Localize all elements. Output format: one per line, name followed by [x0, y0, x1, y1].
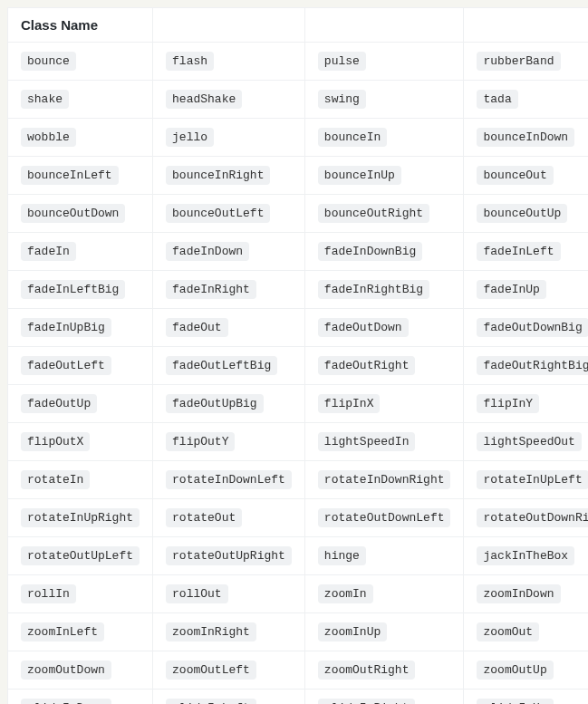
table-row: fadeOutUpfadeOutUpBigflipInXflipInY: [8, 385, 589, 423]
table-cell: rotateInUpRight: [8, 499, 153, 537]
table-cell: fadeOutDown: [304, 309, 464, 347]
table-cell: zoomInUp: [304, 613, 464, 651]
table-cell: bounceInUp: [304, 157, 464, 195]
table-cell: flipInY: [464, 385, 588, 423]
class-name-code: flipInY: [477, 394, 539, 413]
table-cell: bounceOut: [464, 157, 588, 195]
class-name-code: fadeOutRightBig: [477, 356, 588, 375]
table-row: rollInrollOutzoomInzoomInDown: [8, 575, 589, 613]
class-name-code: bounceOut: [477, 166, 553, 185]
class-name-code: rotateIn: [21, 470, 90, 489]
table-cell: tada: [464, 81, 588, 119]
class-name-code: fadeOutUpBig: [166, 394, 264, 413]
table-cell: fadeOutRightBig: [464, 347, 588, 385]
class-name-code: fadeInDownBig: [318, 242, 422, 261]
class-name-code: fadeInRight: [166, 280, 256, 299]
table-row: zoomInLeftzoomInRightzoomInUpzoomOut: [8, 613, 589, 651]
table-cell: swing: [304, 81, 464, 119]
class-name-code: zoomOutDown: [21, 661, 111, 680]
table-cell: zoomOutDown: [8, 651, 153, 690]
table-cell: rotateIn: [8, 461, 153, 499]
table-cell: rotateOutDownLeft: [304, 499, 464, 537]
class-name-code: fadeInLeft: [477, 242, 560, 261]
class-name-code: fadeInLeftBig: [21, 280, 125, 299]
header-class-name: Class Name: [8, 8, 153, 43]
class-name-code: fadeOutLeft: [21, 356, 111, 375]
table-row: fadeInfadeInDownfadeInDownBigfadeInLeft: [8, 233, 589, 271]
class-name-code: fadeOutUp: [21, 394, 97, 413]
table-row: bounceOutDownbounceOutLeftbounceOutRight…: [8, 195, 589, 233]
table-cell: zoomOut: [464, 613, 588, 651]
table-cell: fadeInRightBig: [304, 271, 464, 309]
table-row: rotateInrotateInDownLeftrotateInDownRigh…: [8, 461, 589, 499]
table-cell: bounceOutDown: [8, 195, 153, 233]
table-cell: zoomOutUp: [464, 651, 588, 690]
table-cell: fadeOutLeftBig: [153, 347, 305, 385]
table-cell: zoomInDown: [464, 575, 588, 613]
class-name-code: bounceOutRight: [318, 204, 429, 223]
class-name-code: rollIn: [21, 584, 76, 603]
table-cell: zoomOutRight: [304, 651, 464, 690]
class-name-code: bounceInDown: [477, 128, 574, 147]
class-name-code: bounceOutDown: [21, 204, 125, 223]
class-name-code: lightSpeedIn: [318, 432, 416, 451]
table-cell: rotateOutUpRight: [153, 537, 305, 575]
table-cell: jello: [153, 119, 305, 157]
table-row: bounceflashpulserubberBand: [8, 43, 589, 81]
table-cell: bounceIn: [304, 119, 464, 157]
table-cell: fadeIn: [8, 233, 153, 271]
table-row: bounceInLeftbounceInRightbounceInUpbounc…: [8, 157, 589, 195]
class-name-code: flipOutX: [21, 432, 90, 451]
table-header-row: Class Name: [8, 8, 589, 43]
table-cell: rollIn: [8, 575, 153, 613]
table-cell: bounceOutLeft: [153, 195, 305, 233]
table-cell: jackInTheBox: [464, 537, 588, 575]
table-row: wobblejellobounceInbounceInDown: [8, 119, 589, 157]
class-name-code: zoomInUp: [318, 622, 387, 641]
table-cell: bounceInDown: [464, 119, 588, 157]
table-row: rotateInUpRightrotateOutrotateOutDownLef…: [8, 499, 589, 537]
class-name-code: zoomOut: [477, 622, 539, 641]
table-cell: rotateOutDownRight: [464, 499, 588, 537]
class-name-code: rotateOutUpLeft: [21, 546, 140, 565]
table-row: zoomOutDownzoomOutLeftzoomOutRightzoomOu…: [8, 651, 589, 690]
class-name-code: slideInLeft: [166, 699, 256, 704]
table-row: rotateOutUpLeftrotateOutUpRighthingejack…: [8, 537, 589, 575]
table-cell: bounceInRight: [153, 157, 305, 195]
table-row: fadeInUpBigfadeOutfadeOutDownfadeOutDown…: [8, 309, 589, 347]
table-row: slideInDownslideInLeftslideInRightslideI…: [8, 690, 589, 705]
table-cell: headShake: [153, 81, 305, 119]
class-name-code: bounceInLeft: [21, 166, 119, 185]
class-name-code: swing: [318, 90, 366, 109]
table-body: bounceflashpulserubberBandshakeheadShake…: [8, 43, 589, 705]
class-name-code: rotateInUpRight: [21, 508, 140, 527]
table-cell: flipInX: [304, 385, 464, 423]
table-cell: slideInLeft: [153, 690, 305, 705]
class-name-code: rotateOutDownLeft: [318, 508, 451, 527]
table-cell: slideInUp: [464, 690, 588, 705]
table-row: fadeOutLeftfadeOutLeftBigfadeOutRightfad…: [8, 347, 589, 385]
class-name-code: fadeOutDownBig: [477, 318, 588, 337]
table-cell: bounce: [8, 43, 153, 81]
class-name-code: fadeOut: [166, 318, 228, 337]
class-name-code: bounceIn: [318, 128, 387, 147]
class-name-code: fadeOutDown: [318, 318, 409, 337]
table-cell: fadeOutUp: [8, 385, 153, 423]
table-cell: rotateInUpLeft: [464, 461, 588, 499]
class-name-code: fadeInUpBig: [21, 318, 111, 337]
class-name-code: rollOut: [166, 584, 228, 603]
table-cell: rotateInDownRight: [304, 461, 464, 499]
table-cell: rotateOut: [153, 499, 305, 537]
class-name-table: Class Name bounceflashpulserubberBandsha…: [7, 7, 588, 704]
table-cell: lightSpeedIn: [304, 423, 464, 461]
table-row: fadeInLeftBigfadeInRightfadeInRightBigfa…: [8, 271, 589, 309]
table-cell: rollOut: [153, 575, 305, 613]
class-name-code: slideInUp: [477, 699, 553, 704]
class-name-code: bounceOutUp: [477, 204, 567, 223]
class-name-code: tada: [477, 90, 517, 109]
class-name-code: bounceInUp: [318, 166, 401, 185]
table-cell: wobble: [8, 119, 153, 157]
table-row: flipOutXflipOutYlightSpeedInlightSpeedOu…: [8, 423, 589, 461]
class-name-code: zoomIn: [318, 584, 373, 603]
header-col-3: [304, 8, 464, 43]
